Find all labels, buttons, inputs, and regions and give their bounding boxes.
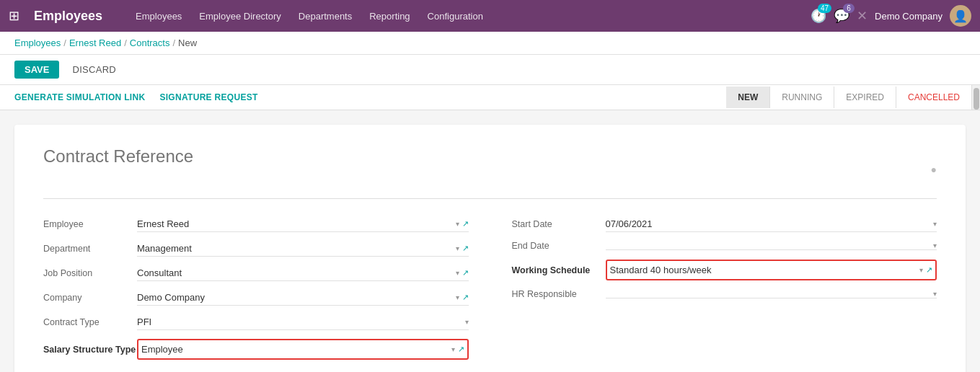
status-expired[interactable]: EXPIRED [834,87,896,108]
message-notification[interactable]: 💬 6 [834,8,849,24]
discard-button[interactable]: DISCARD [65,61,123,79]
status-new[interactable]: NEW [726,87,769,108]
value-job-position: Consultant ▾ ↗ [137,265,469,281]
label-salary-structure-type: Salary Structure Type [43,345,137,355]
start-date-dropdown-arrow[interactable]: ▾ [933,220,937,228]
value-company: Demo Company ▾ ↗ [137,290,469,306]
company-ext-link[interactable]: ↗ [462,293,469,302]
value-contract-type: PFI ▾ [137,314,469,330]
breadcrumb-sep-1: / [63,37,66,48]
value-working-schedule-text: Standard 40 hours/week [610,262,917,278]
field-job-position: Job Position Consultant ▾ ↗ [43,265,469,281]
department-ext-link[interactable]: ↗ [462,244,469,253]
field-start-date: Start Date 07/06/2021 ▾ [512,216,937,232]
secondary-bar: GENERATE SIMULATION LINK SIGNATURE REQUE… [0,85,980,110]
salary-structure-ext-link[interactable]: ↗ [458,345,464,354]
breadcrumb: Employees / Ernest Reed / Contracts / Ne… [0,32,980,55]
value-department: Management ▾ ↗ [137,241,469,257]
status-cancelled[interactable]: CANCELLED [896,87,971,108]
working-schedule-dropdown-arrow[interactable]: ▾ [919,266,923,274]
field-end-date: End Date ▾ [512,241,937,251]
field-hr-responsible: HR Responsible ▾ [512,289,937,299]
hr-responsible-dropdown-arrow[interactable]: ▾ [933,290,937,298]
field-department: Department Management ▾ ↗ [43,241,469,257]
menu-employee-directory[interactable]: Employee Directory [192,6,288,26]
app-name: Employees [34,9,102,24]
field-company: Company Demo Company ▾ ↗ [43,290,469,306]
employee-dropdown-arrow[interactable]: ▾ [456,220,459,228]
top-menu: Employees Employee Directory Departments… [128,6,799,26]
company-dropdown-arrow[interactable]: ▾ [456,293,459,301]
breadcrumb-contracts[interactable]: Contracts [130,37,170,48]
label-start-date: Start Date [512,219,606,229]
contract-type-dropdown-arrow[interactable]: ▾ [465,318,469,326]
job-position-dropdown-arrow[interactable]: ▾ [456,269,459,277]
message-count: 6 [843,4,855,13]
breadcrumb-sep-2: / [124,37,127,48]
menu-configuration[interactable]: Configuration [420,6,490,26]
menu-departments[interactable]: Departments [291,6,359,26]
label-company: Company [43,293,137,303]
action-bar: SAVE DISCARD [0,55,980,85]
user-avatar[interactable]: 👤 [950,5,971,27]
scrollbar[interactable] [971,85,980,110]
value-working-schedule: Standard 40 hours/week ▾ ↗ [606,260,937,280]
breadcrumb-sep-3: / [172,37,175,48]
field-salary-structure-type: Salary Structure Type Employee ▾ ↗ [43,339,469,360]
label-department: Department [43,244,137,254]
working-schedule-ext-link[interactable]: ↗ [926,265,932,275]
end-date-dropdown-arrow[interactable]: ▾ [933,242,937,249]
value-hr-responsible: ▾ [606,290,937,298]
form-columns: Employee Ernest Reed ▾ ↗ Department Mana… [43,216,937,368]
menu-employees[interactable]: Employees [128,6,189,26]
breadcrumb-employees[interactable]: Employees [14,37,61,48]
secondary-nav-actions: GENERATE SIMULATION LINK SIGNATURE REQUE… [0,85,726,110]
activity-count: 47 [818,4,831,13]
status-bar: NEW RUNNING EXPIRED CANCELLED [726,85,980,110]
form-left-column: Employee Ernest Reed ▾ ↗ Department Mana… [43,216,469,368]
value-department-text: Management [137,241,453,256]
value-salary-structure-type-text: Employee [141,342,449,357]
employee-ext-link[interactable]: ↗ [462,219,469,229]
signature-request-link[interactable]: SIGNATURE REQUEST [159,92,257,102]
status-dot: ● [931,164,937,175]
value-start-date-text: 07/06/2021 [606,216,931,231]
nav-separator: ✕ [857,8,868,24]
label-working-schedule: Working Schedule [512,265,606,275]
label-hr-responsible: HR Responsible [512,289,606,299]
value-employee: Ernest Reed ▾ ↗ [137,216,469,232]
top-right: 🕐 47 💬 6 ✕ Demo Company 👤 [811,5,971,27]
department-dropdown-arrow[interactable]: ▾ [456,244,459,252]
salary-structure-dropdown-arrow[interactable]: ▾ [451,345,455,353]
label-employee: Employee [43,219,137,229]
value-contract-type-text: PFI [137,314,462,329]
field-employee: Employee Ernest Reed ▾ ↗ [43,216,469,232]
value-end-date: ▾ [606,242,937,250]
value-company-text: Demo Company [137,290,453,305]
generate-simulation-link[interactable]: GENERATE SIMULATION LINK [14,92,145,102]
menu-reporting[interactable]: Reporting [362,6,417,26]
job-position-ext-link[interactable]: ↗ [462,268,469,278]
value-hr-responsible-text [606,292,931,296]
top-navigation: ⊞ Employees Employees Employee Directory… [0,0,980,32]
breadcrumb-new: New [178,37,197,48]
value-end-date-text [606,244,931,248]
activity-notification[interactable]: 🕐 47 [811,8,826,24]
value-start-date: 07/06/2021 ▾ [606,216,937,232]
save-button[interactable]: SAVE [14,61,59,79]
scrollbar-thumb [974,88,979,110]
label-end-date: End Date [512,241,606,251]
contract-reference-input[interactable] [43,146,924,171]
breadcrumb-ernest-reed[interactable]: Ernest Reed [69,37,121,48]
label-contract-type: Contract Type [43,317,137,327]
grid-icon[interactable]: ⊞ [9,8,19,24]
company-name[interactable]: Demo Company [875,11,943,22]
status-running[interactable]: RUNNING [769,87,834,108]
field-contract-type: Contract Type PFI ▾ [43,314,469,330]
value-employee-text: Ernest Reed [137,216,453,231]
label-job-position: Job Position [43,268,137,278]
main-content: ● Employee Ernest Reed ▾ ↗ Department [0,110,980,372]
value-salary-structure-type: Employee ▾ ↗ [137,339,469,360]
form-card: ● Employee Ernest Reed ▾ ↗ Department [14,125,966,372]
field-working-schedule: Working Schedule Standard 40 hours/week … [512,260,937,280]
